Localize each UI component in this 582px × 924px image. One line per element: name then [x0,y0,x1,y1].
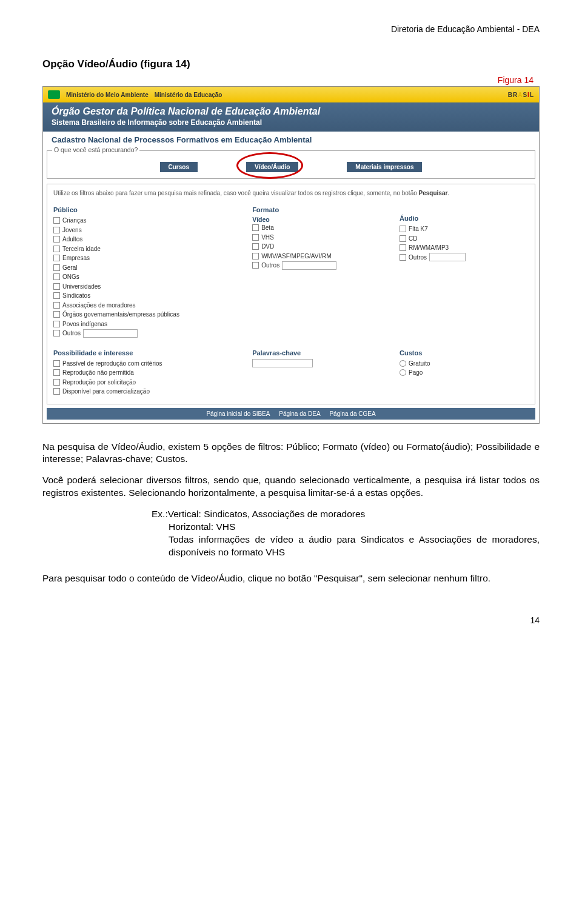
col-palavras: Palavras-chave [252,349,381,397]
custos-pago[interactable]: Pago [400,368,529,378]
formato-outros-input[interactable] [282,261,336,270]
audio-outros-input[interactable] [429,253,466,261]
checkbox-icon[interactable] [53,311,60,318]
tab-materiais[interactable]: Materiais impressos [347,162,422,172]
formato-sub: Vídeo [252,216,381,223]
publico-item[interactable]: Jovens [53,226,234,235]
audio-item[interactable]: RM/WMA/MP3 [400,243,529,253]
poss-label: Reprodução não permitida [62,368,134,378]
checkbox-icon[interactable] [252,243,259,250]
site-footer-links: Página inicial do SIBEA Página da DEA Pá… [47,408,535,420]
poss-label: Disponível para comercialização [62,387,150,397]
checkbox-icon[interactable] [252,253,259,259]
poss-item[interactable]: Reprodução não permitida [53,368,234,378]
brasil-logo: BRASIL [508,92,534,98]
checkbox-icon[interactable] [252,224,259,231]
checkbox-icon[interactable] [53,236,60,243]
para-1: Na pesquisa de Vídeo/Áudio, existem 5 op… [42,441,540,466]
site-banner: Órgão Gestor da Política Nacional de Edu… [43,102,539,132]
publico-outros-input[interactable] [83,329,138,338]
checkbox-icon[interactable] [53,246,60,252]
publico-item[interactable]: Empresas [53,253,234,263]
publico-label: Jovens [62,226,82,235]
audio-label: RM/WMA/MP3 [409,243,449,253]
checkbox-icon[interactable] [400,235,406,242]
poss-item[interactable]: Disponível para comercialização [53,387,234,397]
publico-item[interactable]: Sindicatos [53,291,234,301]
poss-item[interactable]: Reprodução por solicitação [53,378,234,387]
formato-item[interactable]: WMV/ASF/MPEG/AVI/RM [252,252,381,261]
tab-video-audio-label: Vídeo/Áudio [255,164,290,170]
checkbox-icon[interactable] [53,273,60,280]
checkbox-icon[interactable] [53,379,60,386]
publico-item[interactable]: Povos indígenas [53,320,234,329]
footer-link-sibea[interactable]: Página inicial do SIBEA [206,410,270,417]
audio-label: Fita K7 [409,224,428,234]
brazil-flag-icon [48,90,60,99]
checkbox-icon[interactable] [53,388,60,395]
checkbox-icon[interactable] [53,255,60,261]
audio-item[interactable]: Fita K7 [400,224,529,234]
checkbox-icon[interactable] [53,217,60,224]
publico-item[interactable]: Órgãos governamentais/empresas públicas [53,310,234,320]
formato-item[interactable]: Beta [252,223,381,233]
publico-label: ONGs [62,272,79,282]
formato-item[interactable]: VHS [252,233,381,243]
checkbox-icon[interactable] [53,227,60,233]
screenshot-figure: Ministério do Meio Ambiente Ministério d… [42,86,540,424]
custos-heading: Custos [400,349,529,357]
publico-label: Terceira idade [62,244,101,254]
publico-item[interactable]: Crianças [53,216,234,226]
checkbox-icon[interactable] [53,360,60,367]
checkbox-icon[interactable] [53,321,60,327]
checkbox-icon[interactable] [53,264,60,271]
publico-heading: Público [53,206,234,213]
checkbox-icon[interactable] [53,292,60,299]
publico-outros-row[interactable]: Outros [53,329,234,338]
publico-label: Sindicatos [62,291,90,301]
banner-subtitle: Sistema Brasileiro de Informação sobre E… [52,118,530,127]
audio-heading: Áudio [400,215,529,222]
radio-icon[interactable] [400,360,406,367]
checkbox-icon[interactable] [400,226,406,232]
checkbox-icon[interactable] [53,369,60,376]
footer-link-dea[interactable]: Página da DEA [279,410,320,417]
custos-pago-label: Pago [409,368,423,378]
formato-item[interactable]: DVD [252,242,381,252]
formato-outros-row[interactable]: Outros [252,261,381,270]
poss-item[interactable]: Passível de reprodução com critérios [53,359,234,369]
publico-item[interactable]: Associações de moradores [53,301,234,310]
audio-outros-row[interactable]: Outros [400,253,529,263]
poss-label: Reprodução por solicitação [62,378,136,387]
publico-label: Povos indígenas [62,320,107,329]
tab-video-audio[interactable]: Vídeo/Áudio [246,162,298,172]
publico-item[interactable]: Adultos [53,235,234,244]
custos-gratuito[interactable]: Gratuito [400,359,529,369]
radio-icon[interactable] [400,369,406,376]
checkbox-icon[interactable] [53,302,60,309]
publico-label: Crianças [62,216,86,226]
publico-item[interactable]: Geral [53,263,234,273]
checkbox-icon[interactable] [53,283,60,290]
col-possibilidade: Possibilidade e interesse Passível de re… [53,349,234,397]
publico-item[interactable]: ONGs [53,272,234,282]
custos-gratuito-label: Gratuito [409,359,430,369]
col-publico: Público CriançasJovensAdultosTerceira id… [53,206,234,338]
footer-link-cgea[interactable]: Página da CGEA [329,410,375,417]
audio-item[interactable]: CD [400,234,529,244]
checkbox-icon[interactable] [400,254,406,261]
ex-line-2: Horizontal: VHS [169,521,540,534]
checkbox-icon[interactable] [252,262,259,269]
checkbox-icon[interactable] [53,330,60,336]
col-audio: Áudio Fita K7CDRM/WMA/MP3 Outros [400,206,529,338]
audio-label: CD [409,234,417,244]
checkbox-icon[interactable] [252,234,259,241]
publico-item[interactable]: Universidades [53,282,234,292]
audio-outros-label: Outros [409,253,427,263]
formato-label: DVD [261,242,274,252]
publico-item[interactable]: Terceira idade [53,244,234,254]
palavras-input[interactable] [252,359,313,367]
tab-cursos[interactable]: Cursos [160,162,198,172]
filter-panel: Utilize os filtros abaixo para fazer uma… [47,184,535,404]
checkbox-icon[interactable] [400,244,406,251]
